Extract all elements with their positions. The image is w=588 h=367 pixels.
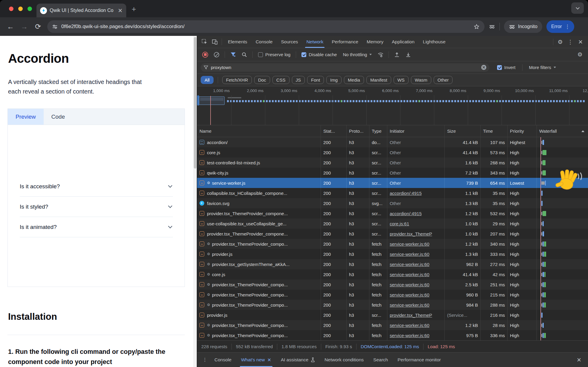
cell-initiator[interactable]: service-worker.js:60	[387, 249, 445, 259]
chip-js[interactable]: JS	[292, 76, 305, 84]
record-network-log-button[interactable]	[200, 50, 210, 59]
network-request-row[interactable]: ‹›use-collapsible.tsx_useCollapsible_ge.…	[197, 218, 588, 229]
network-request-row[interactable]: accordion/200h3do...Other41.4 kB107 msHi…	[197, 137, 588, 147]
accordion-item[interactable]: Is it animated?	[20, 217, 173, 237]
column-header-initiator[interactable]: Initiator	[387, 125, 445, 137]
cell-name[interactable]: ‹›⚙provider.tsx_ThemeProvider_compo...	[197, 330, 321, 340]
drawer-tab-search[interactable]: Search	[368, 353, 393, 367]
clear-filter-icon[interactable]: ✕	[481, 65, 486, 70]
column-header-waterfall[interactable]: Waterfall	[537, 125, 588, 137]
address-bar[interactable]: 0f6e2f0b.qwik-ui-site.pages.dev/docs/sty…	[47, 20, 485, 33]
chip-ws[interactable]: WS	[394, 76, 409, 84]
devtools-tab-performance[interactable]: Performance	[327, 36, 362, 48]
cell-name[interactable]: ‹›collapsible.tsx_HCollapsible_compone..…	[197, 188, 321, 198]
url-text[interactable]: 0f6e2f0b.qwik-ui-site.pages.dev/docs/sty…	[61, 24, 470, 30]
export-har-icon[interactable]	[403, 50, 413, 59]
settings-gear-icon[interactable]: ⚙	[555, 37, 565, 46]
drawer-tab-performance-monitor[interactable]: Performance monitor	[393, 353, 446, 367]
cell-name[interactable]: ‹›⚙core.js	[197, 269, 321, 279]
network-request-row[interactable]: ‹›⚙provider.tsx_ThemeProvider_compo...20…	[197, 239, 588, 249]
drawer-tab-ai-assistance[interactable]: AI assistance	[276, 353, 320, 367]
traffic-lights[interactable]	[9, 7, 32, 11]
tab-close-icon[interactable]: ✕	[118, 7, 123, 14]
extension-incognito-icon[interactable]	[489, 24, 495, 30]
throttling-select[interactable]: No throttling	[340, 52, 374, 57]
cell-initiator[interactable]: service-worker.js:60	[387, 300, 445, 310]
cell-initiator[interactable]: provider.tsx_ThemeP	[387, 229, 445, 239]
cell-initiator[interactable]: service-worker.js:60	[387, 259, 445, 269]
column-header-name[interactable]: Name	[197, 125, 321, 137]
page-scrollbar-thumb[interactable]	[194, 37, 196, 169]
network-request-row[interactable]: ‹›⚙service-worker.js200h3scr...Other739 …	[197, 178, 588, 188]
more-filters-select[interactable]: More filters	[527, 65, 558, 70]
cell-name[interactable]: ‹›provider.tsx_ThemeProvider_compone...	[197, 229, 321, 239]
cell-name[interactable]: ‹›⚙provider.js	[197, 249, 321, 259]
network-conditions-icon[interactable]	[375, 50, 386, 59]
back-button[interactable]: ←	[4, 22, 17, 31]
cell-initiator[interactable]: provider.tsx_ThemeP	[387, 310, 445, 320]
cell-name[interactable]: ‹›⚙provider.tsx_ThemeProvider_compo...	[197, 300, 321, 310]
page-tab-preview[interactable]: Preview	[8, 109, 44, 125]
cell-name[interactable]: ‹›qwik-city.js	[197, 168, 321, 178]
network-request-row[interactable]: ‹›⚙provider.js200h3fetchservice-worker.j…	[197, 249, 588, 259]
accordion-item[interactable]: Is it styled?	[20, 197, 173, 217]
chip-fetch-xhr[interactable]: Fetch/XHR	[222, 76, 252, 84]
devtools-close-icon[interactable]: ✕	[575, 37, 586, 46]
network-request-row[interactable]: ‹›qwik-city.js200h3scr...Other7.2 kB343 …	[197, 168, 588, 178]
network-request-row[interactable]: ‹›⚙provider.tsx_ThemeProvider_compo...20…	[197, 300, 588, 310]
column-header-stat[interactable]: Stat...	[321, 125, 347, 137]
close-icon[interactable]: ✕	[267, 357, 271, 363]
cell-initiator[interactable]: service-worker.js:60	[387, 320, 445, 330]
cell-name[interactable]: ‹›provider.js	[197, 310, 321, 320]
disable-cache-checkbox[interactable]	[301, 52, 306, 57]
cell-name[interactable]: ‹›use-collapsible.tsx_useCollapsible_ge.…	[197, 218, 321, 229]
network-request-row[interactable]: ‹›⚙provider.tsx_ThemeProvider_compo...20…	[197, 290, 588, 300]
invert-toggle[interactable]: Invert	[495, 65, 518, 70]
menu-kebab-icon[interactable]: ⋮	[565, 24, 570, 29]
inspect-element-icon[interactable]	[199, 37, 210, 46]
cell-initiator[interactable]: service-worker.js:60	[387, 269, 445, 279]
reload-button[interactable]: ⟳	[31, 22, 45, 31]
column-header-size[interactable]: Size	[445, 125, 481, 137]
network-request-row[interactable]: ‹›⚙provider.tsx_getSystemTheme_aKkA...20…	[197, 259, 588, 269]
page-scrollbar[interactable]	[193, 36, 197, 367]
column-header-proto[interactable]: Proto...	[347, 125, 369, 137]
chip-media[interactable]: Media	[344, 76, 364, 84]
drawer-tab-network-conditions[interactable]: Network conditions	[320, 353, 368, 367]
column-header-time[interactable]: Time	[481, 125, 508, 137]
cell-initiator[interactable]: accordion/:4915	[387, 208, 445, 218]
cell-name[interactable]: ‹›test-controlled-list-mixed.js	[197, 157, 321, 168]
devtools-tab-lighthouse[interactable]: Lighthouse	[419, 36, 450, 48]
cell-name[interactable]: ‹›⚙provider.tsx_ThemeProvider_compo...	[197, 279, 321, 290]
chip-manifest[interactable]: Manifest	[366, 76, 391, 84]
network-request-row[interactable]: favicon.svg200h3svg...Other1.3 kB35 msHi…	[197, 198, 588, 208]
maximize-window-button[interactable]	[28, 7, 32, 11]
cell-name[interactable]: ‹›⚙provider.tsx_ThemeProvider_compo...	[197, 290, 321, 300]
cell-initiator[interactable]: accordion/:4915	[387, 188, 445, 198]
cell-name[interactable]: ‹›⚙provider.tsx_getSystemTheme_aKkA...	[197, 259, 321, 269]
chip-other[interactable]: Other	[434, 76, 453, 84]
tab-overview-button[interactable]	[571, 2, 584, 14]
chip-font[interactable]: Font	[307, 76, 324, 84]
site-settings-icon[interactable]	[52, 24, 58, 30]
devtools-tab-memory[interactable]: Memory	[362, 36, 388, 48]
network-request-row[interactable]: ‹›⚙provider.tsx_ThemeProvider_compo...20…	[197, 320, 588, 330]
network-request-row[interactable]: ‹›provider.js200h3scr...provider.tsx_The…	[197, 310, 588, 320]
preserve-log-toggle[interactable]: Preserve log	[256, 52, 293, 57]
drawer-menu-kebab-icon[interactable]: ⋮	[200, 357, 210, 362]
network-settings-gear-icon[interactable]: ⚙	[575, 50, 585, 59]
clear-network-log-icon[interactable]	[211, 50, 222, 59]
close-window-button[interactable]	[9, 7, 13, 11]
network-overview-timeline[interactable]: 1,000 ms2,000 ms3,000 ms4,000 ms5,000 ms…	[197, 86, 588, 125]
cell-initiator[interactable]: service-worker.js:60	[387, 239, 445, 249]
search-icon[interactable]	[239, 50, 249, 59]
disable-cache-toggle[interactable]: Disable cache	[299, 52, 339, 57]
page-tab-code[interactable]: Code	[44, 109, 73, 125]
error-menu-button[interactable]: Error ⋮	[546, 20, 574, 33]
network-request-row[interactable]: ‹›⚙core.js200h3fetchservice-worker.js:60…	[197, 269, 588, 279]
drawer-tab-what-s-new[interactable]: What's new✕	[236, 353, 276, 367]
chip-img[interactable]: Img	[326, 76, 342, 84]
cell-initiator[interactable]: service-worker.js:60	[387, 279, 445, 290]
invert-checkbox[interactable]	[497, 65, 502, 70]
chip-css[interactable]: CSS	[272, 76, 290, 84]
